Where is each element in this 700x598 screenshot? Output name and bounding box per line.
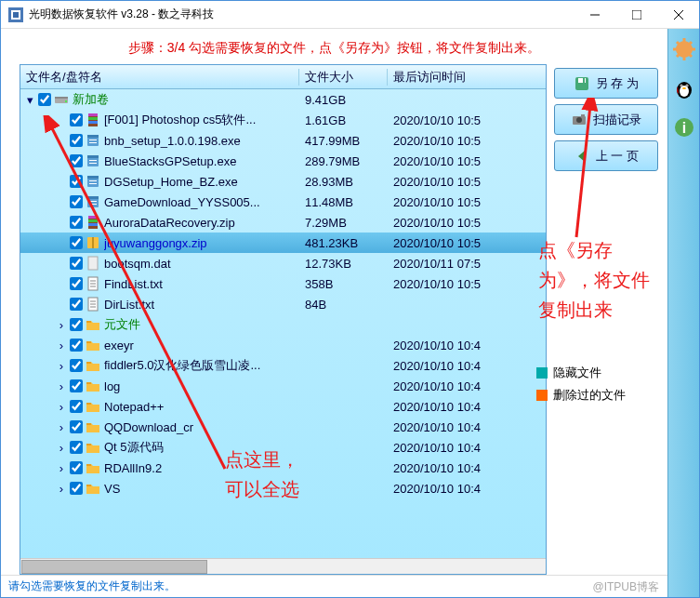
expand-toggle[interactable]: ▾ bbox=[24, 93, 35, 107]
table-row[interactable]: DirList.txt84B bbox=[20, 294, 546, 314]
arrow-left-icon bbox=[574, 148, 590, 165]
row-checkbox[interactable] bbox=[70, 257, 83, 270]
expand-toggle[interactable]: › bbox=[56, 400, 67, 414]
save-as-button[interactable]: 另 存 为 bbox=[554, 68, 658, 99]
rar-icon bbox=[86, 113, 100, 127]
svg-rect-50 bbox=[86, 423, 91, 425]
svg-rect-32 bbox=[88, 219, 98, 222]
maximize-button[interactable] bbox=[615, 1, 657, 28]
table-row[interactable]: ›元文件 bbox=[20, 314, 546, 335]
table-row[interactable]: bnb_setup_1.0.0.198.exe417.99MB2020/10/1… bbox=[20, 130, 546, 151]
column-size[interactable]: 文件大小 bbox=[299, 69, 388, 86]
row-checkbox[interactable] bbox=[70, 441, 83, 454]
file-name: 新加卷 bbox=[73, 91, 301, 108]
svg-rect-46 bbox=[86, 341, 91, 343]
folder-icon bbox=[86, 419, 100, 434]
table-row[interactable]: ›QQDownload_cr2020/10/10 10:4 bbox=[20, 417, 546, 437]
file-time: 2020/10/10 10:4 bbox=[390, 482, 510, 496]
row-checkbox[interactable] bbox=[70, 175, 83, 188]
row-checkbox[interactable] bbox=[70, 134, 83, 147]
table-row[interactable]: [F001] Photoshop cs5软件...1.61GB2020/10/1… bbox=[20, 110, 546, 130]
expand-toggle[interactable]: › bbox=[56, 339, 67, 352]
row-checkbox[interactable] bbox=[70, 236, 83, 249]
scrollbar-horizontal[interactable] bbox=[20, 558, 546, 574]
expand-toggle[interactable]: › bbox=[56, 482, 67, 496]
row-checkbox[interactable] bbox=[70, 420, 83, 433]
table-row[interactable]: ›VS2020/10/10 10:4 bbox=[20, 478, 546, 498]
table-row[interactable]: juyuwanggongx.zip481.23KB2020/10/10 10:5 bbox=[20, 233, 546, 253]
table-row[interactable]: ›Qt 5源代码2020/10/10 10:4 bbox=[20, 437, 546, 458]
svg-point-71 bbox=[686, 85, 687, 86]
file-name: Qt 5源代码 bbox=[104, 439, 301, 456]
close-button[interactable] bbox=[657, 1, 699, 28]
row-checkbox[interactable] bbox=[70, 154, 83, 167]
svg-rect-47 bbox=[86, 362, 91, 364]
file-list[interactable]: ▾新加卷9.41GB[F001] Photoshop cs5软件...1.61G… bbox=[20, 89, 546, 558]
prev-page-label: 上 一 页 bbox=[596, 148, 639, 165]
row-checkbox[interactable] bbox=[70, 359, 83, 372]
table-row[interactable]: AuroraDataRecovery.zip7.29MB2020/10/10 1… bbox=[20, 212, 546, 233]
expand-toggle[interactable]: › bbox=[56, 461, 67, 475]
svg-rect-12 bbox=[88, 117, 98, 120]
scroll-thumb[interactable] bbox=[21, 560, 207, 574]
legend-hidden-label: 隐藏文件 bbox=[553, 365, 601, 381]
table-row[interactable]: ›fiddler5.0汉化绿色版雪山凌...2020/10/10 10:4 bbox=[20, 355, 546, 376]
info-icon[interactable]: i bbox=[673, 116, 695, 139]
svg-rect-25 bbox=[89, 183, 97, 184]
expand-toggle[interactable]: › bbox=[56, 441, 67, 455]
table-row[interactable]: BlueStacksGPSetup.exe289.79MB2020/10/10 … bbox=[20, 151, 546, 171]
table-row[interactable]: ›exeyr2020/10/10 10:4 bbox=[20, 335, 546, 355]
svg-rect-35 bbox=[92, 237, 94, 248]
svg-point-70 bbox=[680, 85, 681, 86]
penguin-icon[interactable] bbox=[673, 77, 695, 100]
table-row[interactable]: DGSetup_Home_BZ.exe28.93MB2020/10/10 10:… bbox=[20, 171, 546, 192]
file-time: 2020/10/10 10:5 bbox=[390, 154, 510, 168]
table-row[interactable]: GameDownload_YYSS005...11.48MB2020/10/10… bbox=[20, 192, 546, 212]
row-checkbox[interactable] bbox=[70, 318, 83, 331]
file-time: 2020/10/10 10:4 bbox=[390, 339, 510, 352]
prev-page-button[interactable]: 上 一 页 bbox=[554, 140, 658, 171]
row-checkbox[interactable] bbox=[70, 195, 83, 208]
column-name[interactable]: 文件名/盘符名 bbox=[20, 69, 299, 86]
legend-hidden-color bbox=[536, 367, 548, 379]
expand-toggle[interactable]: › bbox=[56, 318, 67, 332]
svg-rect-53 bbox=[86, 485, 91, 486]
expand-toggle[interactable]: › bbox=[56, 379, 67, 393]
minimize-button[interactable] bbox=[574, 1, 615, 28]
row-checkbox[interactable] bbox=[70, 461, 83, 474]
table-row[interactable]: ›Notepad++2020/10/10 10:4 bbox=[20, 396, 546, 417]
table-row[interactable]: bootsqm.dat12.73KB2020/10/11 07:5 bbox=[20, 253, 546, 273]
svg-rect-23 bbox=[87, 176, 99, 179]
exe-icon bbox=[86, 194, 100, 209]
dat-icon bbox=[86, 256, 100, 271]
expand-toggle[interactable]: › bbox=[56, 359, 67, 373]
svg-rect-59 bbox=[581, 114, 585, 117]
gear-icon[interactable] bbox=[673, 38, 695, 60]
row-checkbox[interactable] bbox=[70, 400, 83, 413]
expand-toggle[interactable]: › bbox=[56, 420, 67, 434]
row-checkbox[interactable] bbox=[70, 339, 83, 352]
row-checkbox[interactable] bbox=[70, 298, 83, 311]
folder-icon bbox=[86, 338, 100, 352]
row-checkbox[interactable] bbox=[70, 482, 83, 495]
svg-rect-28 bbox=[89, 201, 97, 202]
row-checkbox[interactable] bbox=[38, 93, 51, 106]
scan-log-button[interactable]: 扫描记录 bbox=[554, 104, 658, 135]
svg-rect-20 bbox=[89, 160, 97, 161]
table-row[interactable]: ▾新加卷9.41GB bbox=[20, 89, 546, 110]
table-row[interactable]: ›RDAllIn9.22020/10/10 10:4 bbox=[20, 458, 546, 478]
file-time: 2020/10/10 10:5 bbox=[390, 216, 510, 230]
row-checkbox[interactable] bbox=[70, 379, 83, 392]
file-name: DGSetup_Home_BZ.exe bbox=[104, 175, 301, 189]
row-checkbox[interactable] bbox=[70, 216, 83, 229]
table-row[interactable]: ›log2020/10/10 10:4 bbox=[20, 376, 546, 396]
file-name: AuroraDataRecovery.zip bbox=[104, 216, 301, 230]
file-time: 2020/10/10 10:5 bbox=[390, 134, 510, 148]
row-checkbox[interactable] bbox=[70, 113, 83, 126]
row-checkbox[interactable] bbox=[70, 277, 83, 290]
txt-icon bbox=[86, 276, 100, 291]
table-row[interactable]: FindList.txt358B2020/10/10 10:5 bbox=[20, 273, 546, 294]
column-time[interactable]: 最后访问时间 bbox=[388, 69, 546, 86]
svg-rect-52 bbox=[86, 464, 91, 466]
drive-icon bbox=[54, 92, 69, 107]
